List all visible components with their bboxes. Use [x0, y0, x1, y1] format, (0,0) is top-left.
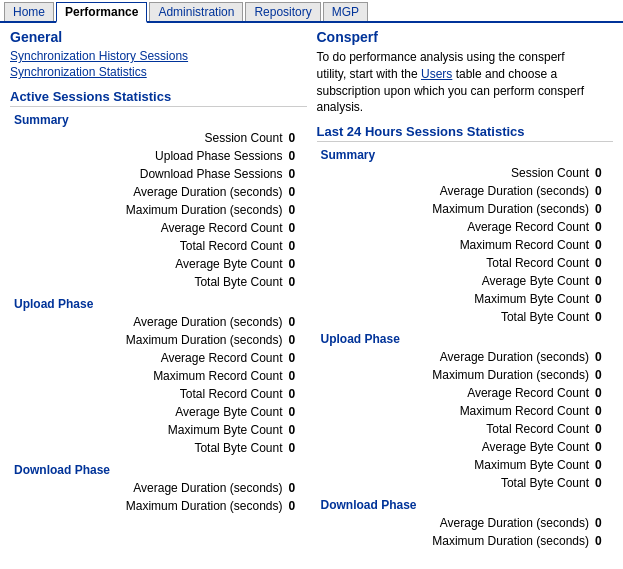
stat-label: Average Duration (seconds)	[321, 348, 596, 366]
stat-value: 0	[595, 200, 609, 218]
col-left: General Synchronization History Sessions…	[10, 29, 307, 550]
table-row: Maximum Duration (seconds)0	[10, 201, 307, 219]
last24-summary-title: Summary	[317, 148, 614, 162]
table-row: Total Byte Count0	[317, 308, 614, 326]
stat-value: 0	[595, 308, 609, 326]
stat-label: Average Duration (seconds)	[14, 313, 289, 331]
stat-value: 0	[595, 438, 609, 456]
stat-value: 0	[289, 331, 303, 349]
stat-label: Maximum Duration (seconds)	[14, 497, 289, 515]
stat-label: Total Record Count	[14, 237, 289, 255]
table-row: Session Count0	[317, 164, 614, 182]
consperf-users-link[interactable]: Users	[421, 67, 452, 81]
stat-value: 0	[289, 201, 303, 219]
active-download-title: Download Phase	[10, 463, 307, 477]
sync-history-link[interactable]: Synchronization History Sessions	[10, 49, 307, 63]
stat-label: Average Duration (seconds)	[14, 479, 289, 497]
stat-value: 0	[289, 219, 303, 237]
tab-performance[interactable]: Performance	[56, 2, 147, 23]
stat-label: Average Record Count	[321, 384, 596, 402]
table-row: Average Duration (seconds)0	[10, 183, 307, 201]
stat-value: 0	[289, 367, 303, 385]
last24-upload-rows: Average Duration (seconds)0Maximum Durat…	[317, 348, 614, 492]
stat-value: 0	[289, 439, 303, 457]
stat-label: Session Count	[321, 164, 596, 182]
stat-value: 0	[595, 182, 609, 200]
stat-value: 0	[595, 218, 609, 236]
stat-label: Maximum Byte Count	[321, 290, 596, 308]
active-upload-rows: Average Duration (seconds)0Maximum Durat…	[10, 313, 307, 457]
table-row: Download Phase Sessions0	[10, 165, 307, 183]
table-row: Total Record Count0	[317, 420, 614, 438]
stat-label: Maximum Record Count	[321, 236, 596, 254]
table-row: Total Byte Count0	[10, 439, 307, 457]
stat-label: Maximum Duration (seconds)	[14, 201, 289, 219]
stat-label: Session Count	[14, 129, 289, 147]
nav-bar: Home Performance Administration Reposito…	[0, 0, 623, 23]
table-row: Average Duration (seconds)0	[317, 514, 614, 532]
tab-administration[interactable]: Administration	[149, 2, 243, 21]
table-row: Average Byte Count0	[10, 403, 307, 421]
table-row: Average Record Count0	[317, 218, 614, 236]
table-row: Average Byte Count0	[317, 272, 614, 290]
sync-stats-link[interactable]: Synchronization Statistics	[10, 65, 307, 79]
stat-label: Average Byte Count	[321, 438, 596, 456]
table-row: Average Duration (seconds)0	[10, 479, 307, 497]
tab-repository[interactable]: Repository	[245, 2, 320, 21]
last24-title: Last 24 Hours Sessions Statistics	[317, 124, 614, 142]
stat-label: Total Byte Count	[14, 273, 289, 291]
consperf-description: To do performance analysis using the con…	[317, 49, 597, 116]
stat-value: 0	[289, 183, 303, 201]
stat-value: 0	[289, 385, 303, 403]
table-row: Average Byte Count0	[317, 438, 614, 456]
stat-value: 0	[289, 237, 303, 255]
stat-value: 0	[289, 497, 303, 515]
main-content: General Synchronization History Sessions…	[0, 23, 623, 556]
last24-download-title: Download Phase	[317, 498, 614, 512]
stat-value: 0	[595, 456, 609, 474]
table-row: Maximum Byte Count0	[317, 290, 614, 308]
active-download-rows: Average Duration (seconds)0Maximum Durat…	[10, 479, 307, 515]
stat-value: 0	[595, 402, 609, 420]
table-row: Maximum Record Count0	[317, 236, 614, 254]
table-row: Average Duration (seconds)0	[317, 348, 614, 366]
tab-home[interactable]: Home	[4, 2, 54, 21]
active-sessions-title: Active Sessions Statistics	[10, 89, 307, 107]
active-upload-title: Upload Phase	[10, 297, 307, 311]
table-row: Average Record Count0	[10, 219, 307, 237]
stat-value: 0	[595, 254, 609, 272]
stat-value: 0	[289, 421, 303, 439]
general-links: Synchronization History Sessions Synchro…	[10, 49, 307, 79]
table-row: Maximum Byte Count0	[10, 421, 307, 439]
stat-value: 0	[595, 164, 609, 182]
table-row: Maximum Duration (seconds)0	[10, 331, 307, 349]
stat-value: 0	[595, 236, 609, 254]
last24-summary-rows: Session Count0Average Duration (seconds)…	[317, 164, 614, 326]
table-row: Total Record Count0	[317, 254, 614, 272]
table-row: Total Record Count0	[10, 237, 307, 255]
stat-label: Average Record Count	[321, 218, 596, 236]
stat-value: 0	[595, 532, 609, 550]
tab-mgp[interactable]: MGP	[323, 2, 368, 21]
table-row: Average Record Count0	[10, 349, 307, 367]
stat-label: Average Duration (seconds)	[321, 182, 596, 200]
stat-label: Total Byte Count	[321, 474, 596, 492]
stat-value: 0	[289, 349, 303, 367]
stat-label: Upload Phase Sessions	[14, 147, 289, 165]
stat-label: Average Byte Count	[14, 255, 289, 273]
general-title: General	[10, 29, 307, 45]
stat-value: 0	[595, 290, 609, 308]
stat-label: Total Record Count	[321, 254, 596, 272]
stat-label: Maximum Record Count	[14, 367, 289, 385]
stat-label: Maximum Duration (seconds)	[321, 200, 596, 218]
stat-value: 0	[595, 474, 609, 492]
col-right: Consperf To do performance analysis usin…	[317, 29, 614, 550]
table-row: Maximum Duration (seconds)0	[317, 200, 614, 218]
table-row: Maximum Record Count0	[10, 367, 307, 385]
stat-label: Total Byte Count	[321, 308, 596, 326]
stat-label: Total Record Count	[14, 385, 289, 403]
table-row: Maximum Duration (seconds)0	[317, 366, 614, 384]
stat-label: Average Duration (seconds)	[14, 183, 289, 201]
consperf-title: Consperf	[317, 29, 614, 45]
stat-value: 0	[595, 420, 609, 438]
